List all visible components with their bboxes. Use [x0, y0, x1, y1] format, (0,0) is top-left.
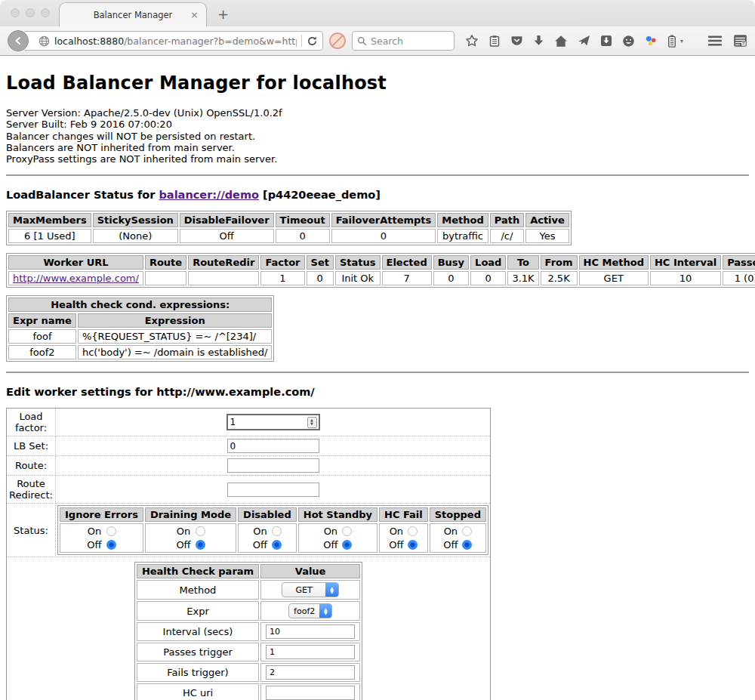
reading-list-icon[interactable] — [488, 35, 501, 48]
search-icon — [357, 36, 367, 46]
table-row: foof2 hc('body') =~ /domain is establish… — [8, 345, 272, 359]
edit-worker-form: Load factor: 1 ▲▼ LB Set: Route: Route R… — [6, 408, 491, 700]
edit-worker-heading: Edit worker settings for http://www.exam… — [6, 386, 749, 398]
window-minimize-button[interactable] — [26, 8, 35, 17]
persist-notice-line: Balancer changes will NOT be persisted o… — [6, 131, 749, 142]
method-label: Method — [137, 580, 259, 600]
ignore-errors-on-radio[interactable] — [106, 526, 116, 536]
battery-icon[interactable] — [667, 35, 676, 48]
disabled-off-radio[interactable] — [272, 540, 282, 550]
pocket-icon[interactable] — [510, 35, 523, 47]
search-bar[interactable]: Search — [352, 31, 455, 51]
hc-fail-off-radio[interactable] — [408, 540, 418, 550]
server-version-line: Server Version: Apache/2.5.0-dev (Unix) … — [6, 107, 749, 119]
table-row: foof %{REQUEST_STATUS} =~ /^[234]/ — [8, 329, 272, 344]
interval-input[interactable] — [266, 624, 355, 639]
load-factor-label: Load factor: — [7, 409, 56, 436]
fails-trigger-input[interactable] — [266, 665, 355, 680]
back-button[interactable] — [8, 30, 29, 51]
select-arrows-icon: ▲▼ — [319, 604, 331, 618]
tab-balancer-manager[interactable]: Balancer Manager × — [59, 2, 207, 26]
server-info: Server Version: Apache/2.5.0-dev (Unix) … — [6, 107, 749, 165]
proxypass-notice-line: ProxyPass settings are NOT inherited fro… — [6, 153, 749, 165]
draining-mode-off-radio[interactable] — [196, 540, 205, 550]
disabled-on-radio[interactable] — [272, 526, 282, 536]
bookmark-star-icon[interactable] — [465, 34, 479, 48]
route-label: Route: — [7, 456, 56, 476]
passes-trigger-label: Passes trigger — [137, 643, 259, 661]
lb-set-label: LB Set: — [7, 436, 56, 456]
server-built-line: Server Built: Feb 9 2016 07:00:20 — [6, 119, 749, 130]
interval-label: Interval (secs) — [137, 622, 259, 641]
status-label: Status: — [7, 504, 56, 557]
status-table: Ignore Errors Draining Mode Disabled Hot… — [57, 505, 488, 555]
col-path: Path — [490, 213, 524, 227]
hc-fail-on-radio[interactable] — [408, 526, 418, 536]
route-input[interactable] — [227, 458, 319, 473]
url-text: localhost:8880/balancer-manager?b=demo&w… — [54, 35, 297, 47]
col-draining-mode: Draining Mode — [145, 507, 236, 522]
col-worker-url: Worker URL — [8, 255, 143, 270]
panel-download-icon[interactable] — [600, 35, 612, 47]
tab-bar: Balancer Manager × + — [0, 0, 755, 26]
adblock-icon[interactable] — [329, 32, 346, 49]
battery-dropdown-caret[interactable]: ▾ — [680, 38, 683, 45]
expr-label: Expr — [137, 601, 259, 621]
route-redirect-input[interactable] — [227, 483, 319, 497]
method-select[interactable]: GET▲▼ — [282, 582, 339, 597]
stopped-on-radio[interactable] — [462, 526, 472, 536]
feedback-smiley-icon[interactable] — [622, 35, 635, 48]
home-icon[interactable] — [554, 35, 568, 48]
table-row: 6 [1 Used] (None) Off 0 0 bytraffic /c/ … — [8, 229, 569, 243]
navigation-toolbar: localhost:8880/balancer-manager?b=demo&w… — [0, 26, 755, 56]
number-stepper-icon[interactable]: ▲▼ — [307, 417, 317, 428]
hc-expressions-table: Health check cond. expressions: Expr nam… — [6, 295, 274, 362]
load-factor-input[interactable]: 1 ▲▼ — [226, 414, 320, 430]
passes-trigger-input[interactable] — [266, 645, 355, 659]
col-stickysession: StickySession — [93, 213, 178, 227]
col-hot-standby: Hot Standby — [298, 507, 378, 522]
col-maxmembers: MaxMembers — [8, 213, 91, 227]
tab-close-icon[interactable]: × — [190, 9, 199, 20]
hc-uri-input[interactable] — [266, 686, 355, 700]
col-hc-param: Health Check param — [137, 564, 259, 578]
downloads-icon[interactable] — [533, 35, 544, 47]
hc-expressions-title: Health check cond. expressions: — [8, 298, 272, 312]
hc-uri-label: HC uri — [137, 683, 259, 700]
window-controls[interactable] — [11, 8, 50, 17]
fails-trigger-label: Fails trigger) — [137, 663, 259, 682]
balancers-notice-line: Balancers are NOT inherited from main se… — [6, 142, 749, 153]
search-placeholder: Search — [371, 35, 403, 47]
extension-dots-icon[interactable] — [645, 35, 658, 47]
hamburger-menu-icon[interactable] — [707, 35, 723, 47]
ignore-errors-off-radio[interactable] — [106, 540, 116, 550]
window-zoom-button[interactable] — [41, 8, 50, 17]
lb-set-input[interactable] — [227, 439, 319, 453]
col-hc-value: Value — [260, 564, 360, 578]
expr-select[interactable]: foof2▲▼ — [288, 603, 332, 618]
col-ignore-errors: Ignore Errors — [60, 507, 143, 522]
url-bar[interactable]: localhost:8880/balancer-manager?b=demo&w… — [23, 31, 323, 51]
new-tab-button[interactable]: + — [217, 6, 229, 22]
hot-standby-on-radio[interactable] — [342, 526, 352, 536]
back-arrow-icon — [14, 36, 23, 45]
stopped-off-radio[interactable] — [462, 540, 472, 550]
col-expr-name: Expr name — [8, 313, 76, 328]
worker-url-link[interactable]: http://www.example.com/ — [13, 273, 139, 284]
draining-mode-on-radio[interactable] — [196, 526, 205, 536]
col-hc-fail: HC Fail — [379, 507, 428, 522]
send-icon[interactable] — [578, 35, 590, 47]
window-close-button[interactable] — [11, 8, 20, 17]
page-title: Load Balancer Manager for localhost — [6, 72, 749, 94]
health-check-table: Health Check param Value Method GET▲▼ Ex… — [134, 562, 362, 700]
sidebar-grid-icon[interactable] — [733, 34, 747, 48]
reload-icon[interactable] — [307, 35, 318, 47]
loadbalancer-status-heading: LoadBalancer Status for balancer://demo … — [6, 189, 749, 201]
globe-icon — [39, 35, 50, 47]
urlbar-divider — [301, 35, 302, 47]
hot-standby-off-radio[interactable] — [342, 540, 352, 550]
balancer-demo-link[interactable]: balancer://demo — [159, 189, 259, 201]
divider — [6, 372, 749, 373]
col-active: Active — [525, 213, 569, 227]
table-row: http://www.example.com/ 1 0 Init Ok 7 0 … — [8, 271, 755, 285]
